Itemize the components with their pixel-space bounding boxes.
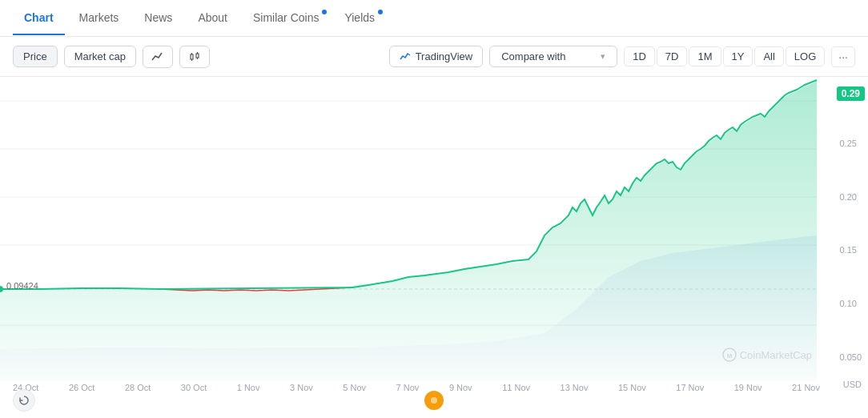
similar-coins-dot xyxy=(322,10,327,14)
compare-with-button[interactable]: Compare with ▾ xyxy=(489,46,617,67)
market-cap-button[interactable]: Market cap xyxy=(64,46,136,67)
cmc-logo-icon: M xyxy=(722,348,737,362)
tab-about[interactable]: About xyxy=(187,2,239,35)
current-price-label: 0.29 xyxy=(837,86,865,101)
tab-yields[interactable]: Yields xyxy=(333,2,386,35)
yields-dot xyxy=(378,10,383,14)
time-1d-button[interactable]: 1D xyxy=(624,46,655,66)
tab-similar-coins[interactable]: Similar Coins xyxy=(242,2,330,35)
time-1m-button[interactable]: 1M xyxy=(689,46,721,66)
history-button[interactable] xyxy=(13,389,35,412)
price-chart-svg xyxy=(0,77,868,418)
svg-text:M: M xyxy=(726,352,732,360)
chart-area: 0.29 0.25 0.20 0.15 0.10 0.050 0.29 0.09… xyxy=(0,77,868,418)
candle-chart-button[interactable] xyxy=(179,46,210,68)
tradingview-icon xyxy=(400,51,411,62)
time-all-button[interactable]: All xyxy=(754,46,783,66)
time-log-button[interactable]: LOG xyxy=(786,46,825,66)
compare-chevron-icon: ▾ xyxy=(601,51,605,62)
tab-markets[interactable]: Markets xyxy=(68,2,131,35)
currency-label: USD xyxy=(843,380,862,389)
svg-rect-0 xyxy=(191,54,193,59)
trading-view-button[interactable]: TradingView xyxy=(389,46,484,67)
svg-rect-3 xyxy=(196,54,199,58)
tab-chart[interactable]: Chart xyxy=(13,2,65,35)
candle-icon xyxy=(188,50,201,63)
coinmarketcap-watermark: M CoinMarketCap xyxy=(722,348,812,362)
history-icon xyxy=(18,395,30,406)
nav-tabs: Chart Markets News About Similar Coins Y… xyxy=(0,0,868,37)
line-icon xyxy=(151,50,164,63)
timeline-marker[interactable] xyxy=(424,391,444,410)
more-options-button[interactable]: ··· xyxy=(831,46,855,67)
time-1y-button[interactable]: 1Y xyxy=(723,46,753,66)
chart-toolbar: Price Market cap TradingView Compare wit… xyxy=(0,37,868,77)
price-button[interactable]: Price xyxy=(13,46,58,67)
bottom-controls xyxy=(0,389,868,412)
tab-news[interactable]: News xyxy=(133,2,183,35)
time-7d-button[interactable]: 7D xyxy=(657,46,688,66)
time-range-buttons: 1D 7D 1M 1Y All LOG xyxy=(624,46,825,66)
y-axis-labels: 0.29 0.25 0.20 0.15 0.10 0.050 xyxy=(839,77,862,370)
start-price-label: 0.09424 xyxy=(6,281,38,291)
line-chart-button[interactable] xyxy=(143,46,173,68)
